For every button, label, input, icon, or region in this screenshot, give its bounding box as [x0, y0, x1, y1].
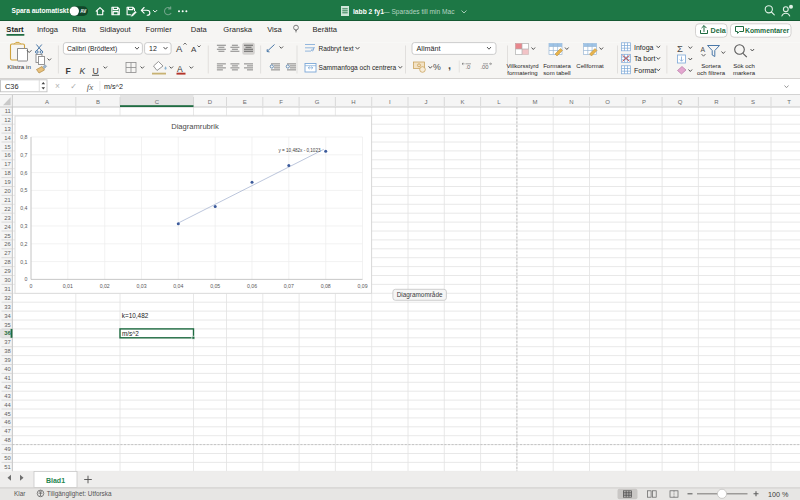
svg-text:Diagramrubrik: Diagramrubrik	[171, 122, 219, 131]
svg-text:N: N	[569, 99, 573, 105]
svg-text:y = 10,482x - 0,1023: y = 10,482x - 0,1023	[278, 148, 320, 153]
svg-text:37: 37	[4, 339, 10, 345]
svg-text:0,05: 0,05	[210, 283, 220, 289]
svg-text:44: 44	[4, 402, 11, 408]
svg-text:38: 38	[4, 348, 10, 354]
svg-text:m/s^2: m/s^2	[122, 330, 139, 337]
svg-text:Data: Data	[191, 25, 208, 34]
svg-text:A: A	[701, 46, 706, 53]
svg-text:A: A	[45, 99, 49, 105]
svg-text:,: ,	[448, 59, 451, 71]
svg-text:Blad1: Blad1	[46, 477, 65, 484]
svg-text:B: B	[96, 99, 100, 105]
svg-text:0,07: 0,07	[284, 283, 294, 289]
svg-text:27: 27	[4, 250, 10, 256]
svg-text:0,3: 0,3	[20, 223, 27, 229]
svg-text:21: 21	[4, 197, 10, 203]
svg-text:0,1: 0,1	[20, 259, 27, 265]
svg-text:26: 26	[4, 241, 10, 247]
svg-text:32: 32	[4, 295, 10, 301]
svg-text:.00: .00	[481, 64, 489, 70]
svg-text:R: R	[714, 99, 719, 105]
svg-text:Radbryt text: Radbryt text	[319, 45, 354, 53]
svg-text:AV: AV	[80, 9, 87, 14]
svg-text:39: 39	[4, 357, 10, 363]
svg-text:48: 48	[4, 437, 10, 443]
svg-text:Sök och: Sök och	[733, 63, 755, 69]
svg-text:.0: .0	[466, 64, 471, 70]
svg-text:E: E	[243, 99, 247, 105]
svg-text:S: S	[751, 99, 755, 105]
svg-text:A: A	[177, 64, 183, 74]
svg-text:45: 45	[4, 411, 10, 417]
svg-text:0,08: 0,08	[321, 283, 331, 289]
svg-text:Formler: Formler	[146, 25, 173, 34]
svg-text:H: H	[351, 99, 355, 105]
svg-text:0,8: 0,8	[20, 134, 27, 140]
svg-text:— Sparades till min Mac: — Sparades till min Mac	[383, 8, 455, 16]
svg-text:M: M	[533, 99, 538, 105]
svg-text:15: 15	[4, 144, 10, 150]
svg-text:11: 11	[5, 108, 11, 114]
svg-text:22: 22	[4, 206, 10, 212]
svg-text:33: 33	[4, 304, 10, 310]
svg-text:42: 42	[4, 384, 10, 390]
svg-text:×: ×	[55, 81, 60, 91]
svg-text:0,03: 0,03	[136, 283, 146, 289]
svg-text:Cellformat: Cellformat	[576, 63, 604, 69]
svg-text:0,04: 0,04	[173, 283, 183, 289]
svg-text:0,09: 0,09	[357, 283, 367, 289]
svg-text:✓: ✓	[70, 82, 77, 91]
svg-text:fx: fx	[87, 82, 94, 92]
svg-text:Spara automatiskt: Spara automatiskt	[12, 7, 70, 15]
svg-text:17: 17	[4, 161, 10, 167]
svg-text:Klistra in: Klistra in	[7, 63, 31, 70]
svg-text:%: %	[433, 62, 441, 72]
svg-text:30: 30	[4, 277, 10, 283]
svg-text:Calibri (Brödtext): Calibri (Brödtext)	[67, 45, 117, 53]
svg-text:U: U	[93, 66, 99, 76]
svg-text:C: C	[155, 99, 160, 105]
svg-text:29: 29	[4, 268, 10, 274]
svg-text:Kommentarer: Kommentarer	[745, 27, 790, 34]
svg-text:Sidlayout: Sidlayout	[99, 25, 131, 34]
svg-text:28: 28	[4, 259, 10, 265]
svg-text:Visa: Visa	[267, 25, 282, 34]
svg-text:35: 35	[4, 322, 10, 328]
svg-text:Infoga: Infoga	[634, 44, 654, 52]
svg-text:14: 14	[4, 135, 11, 141]
svg-text:K: K	[460, 99, 464, 105]
svg-text:0,06: 0,06	[247, 283, 257, 289]
svg-text:50: 50	[4, 455, 10, 461]
svg-text:0,4: 0,4	[20, 205, 27, 211]
svg-text:0,7: 0,7	[20, 152, 27, 158]
svg-text:A: A	[176, 43, 183, 54]
svg-text:0,5: 0,5	[20, 187, 27, 193]
svg-text:0,01: 0,01	[63, 283, 73, 289]
svg-text:Tillgänglighet: Utforska: Tillgänglighet: Utforska	[47, 490, 112, 498]
svg-text:40: 40	[4, 366, 10, 372]
svg-text:43: 43	[4, 393, 10, 399]
svg-text:25: 25	[4, 233, 10, 239]
svg-text:100 %: 100 %	[768, 490, 789, 499]
svg-text:12: 12	[149, 45, 157, 52]
svg-text:47: 47	[4, 428, 10, 434]
svg-text:formatering: formatering	[507, 70, 537, 76]
svg-text:P: P	[642, 99, 646, 105]
svg-text:G: G	[315, 99, 320, 105]
svg-text:19: 19	[4, 179, 10, 185]
svg-text:0: 0	[25, 276, 28, 282]
svg-text:m/s^2: m/s^2	[104, 82, 123, 91]
svg-text:J: J	[425, 99, 428, 105]
svg-text:23: 23	[4, 215, 10, 221]
svg-text:Berätta: Berätta	[313, 25, 338, 34]
svg-text:0,6: 0,6	[20, 170, 27, 176]
svg-text:D: D	[208, 99, 213, 105]
svg-text:Sortera: Sortera	[701, 63, 721, 69]
svg-text:Format: Format	[634, 67, 656, 74]
svg-text:F: F	[279, 99, 283, 105]
svg-text:34: 34	[4, 313, 11, 319]
svg-text:0,2: 0,2	[20, 241, 27, 247]
svg-text:Infoga: Infoga	[37, 25, 59, 34]
svg-text:31: 31	[4, 286, 10, 292]
